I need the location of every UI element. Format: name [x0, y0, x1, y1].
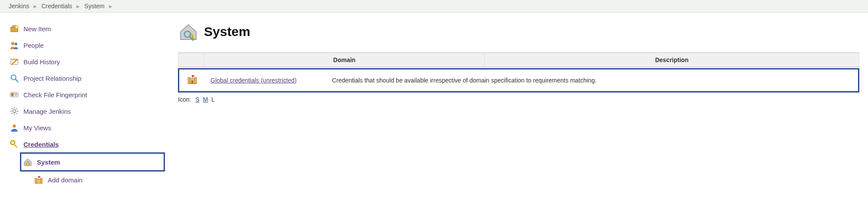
- breadcrumb-jenkins[interactable]: Jenkins: [9, 3, 29, 10]
- table-row: Global credentials (unrestricted) Creden…: [179, 69, 858, 91]
- search-icon: [10, 73, 19, 83]
- castle-icon: [34, 175, 43, 185]
- main-content: System Domain Description: [165, 13, 868, 188]
- sidebar-item-my-views[interactable]: My Views: [8, 119, 165, 136]
- svg-rect-18: [39, 176, 40, 178]
- icon-size-s[interactable]: S: [195, 96, 199, 103]
- breadcrumb-system[interactable]: System: [84, 3, 105, 10]
- sidebar-item-label: My Views: [23, 124, 51, 132]
- sidebar-item-project-relationship[interactable]: Project Relationship: [8, 70, 165, 86]
- domain-table: Domain Description: [178, 53, 859, 67]
- icon-size-label: Icon:: [178, 96, 191, 103]
- sidebar-item-label: Check File Fingerprint: [23, 91, 87, 99]
- chevron-right-icon: ▶: [109, 4, 112, 9]
- sidebar-item-credentials[interactable]: Credentials: [8, 136, 165, 152]
- person-icon: [10, 123, 19, 132]
- sidebar-item-label: Add domain: [48, 176, 82, 184]
- build-history-icon: [10, 57, 19, 66]
- page-heading: System: [178, 21, 859, 42]
- svg-point-2: [11, 42, 14, 45]
- sidebar-item-people[interactable]: People: [8, 37, 165, 53]
- domain-description: Credentials that should be available irr…: [327, 69, 858, 91]
- chevron-right-icon: ▶: [76, 4, 80, 9]
- sidebar-item-system[interactable]: System: [21, 154, 164, 170]
- sidebar-item-label: Build History: [23, 58, 60, 66]
- table-header-icon[interactable]: [178, 53, 204, 67]
- icon-size-l: L: [211, 96, 215, 103]
- icon-size-selector: Icon: S M L: [178, 96, 859, 103]
- table-header-description[interactable]: Description: [484, 53, 859, 67]
- svg-rect-22: [188, 78, 190, 84]
- sidebar-item-check-fingerprint[interactable]: Check File Fingerprint: [8, 86, 165, 103]
- breadcrumb: Jenkins ▶ Credentials ▶ System ▶: [0, 0, 868, 13]
- sidebar-item-label: New Item: [23, 25, 51, 33]
- system-icon: [23, 157, 33, 167]
- sidebar-item-manage-jenkins[interactable]: Manage Jenkins: [8, 103, 165, 119]
- system-large-icon: [178, 21, 199, 42]
- fingerprint-icon: [10, 90, 19, 99]
- svg-rect-8: [11, 93, 14, 96]
- sidebar-item-build-history[interactable]: Build History: [8, 53, 165, 70]
- svg-point-11: [13, 109, 16, 112]
- sidebar-item-label: Manage Jenkins: [23, 108, 71, 115]
- svg-point-3: [15, 43, 17, 45]
- svg-point-12: [13, 125, 16, 128]
- sidebar-item-add-domain[interactable]: Add domain: [32, 172, 165, 188]
- people-icon: [10, 40, 19, 50]
- svg-rect-17: [41, 178, 43, 183]
- icon-size-m[interactable]: M: [203, 96, 208, 103]
- highlighted-row-box: Global credentials (unrestricted) Creden…: [178, 68, 859, 92]
- svg-point-13: [11, 141, 15, 145]
- table-header-domain[interactable]: Domain: [204, 53, 485, 67]
- svg-rect-24: [191, 80, 193, 84]
- page-title: System: [204, 24, 250, 39]
- castle-icon: [187, 74, 198, 85]
- gear-icon: [10, 106, 19, 116]
- svg-rect-25: [192, 75, 194, 76]
- sidebar-item-new-item[interactable]: New Item: [8, 20, 165, 37]
- domain-link-global[interactable]: Global credentials (unrestricted): [210, 77, 296, 84]
- sidebar-item-label: Project Relationship: [23, 75, 81, 82]
- svg-rect-9: [14, 93, 17, 94]
- sidebar-item-label: Credentials: [23, 141, 59, 148]
- svg-rect-23: [194, 78, 196, 84]
- credentials-icon: [10, 139, 19, 149]
- breadcrumb-credentials[interactable]: Credentials: [41, 3, 72, 10]
- chevron-right-icon: ▶: [33, 4, 37, 9]
- sidebar-item-label: People: [23, 42, 44, 49]
- svg-point-1: [15, 26, 18, 29]
- svg-rect-10: [14, 95, 17, 95]
- svg-rect-16: [35, 178, 37, 183]
- sidebar-item-label: System: [37, 158, 60, 166]
- new-item-icon: [10, 24, 19, 33]
- sidebar: New Item People Build History Project Re…: [0, 13, 165, 188]
